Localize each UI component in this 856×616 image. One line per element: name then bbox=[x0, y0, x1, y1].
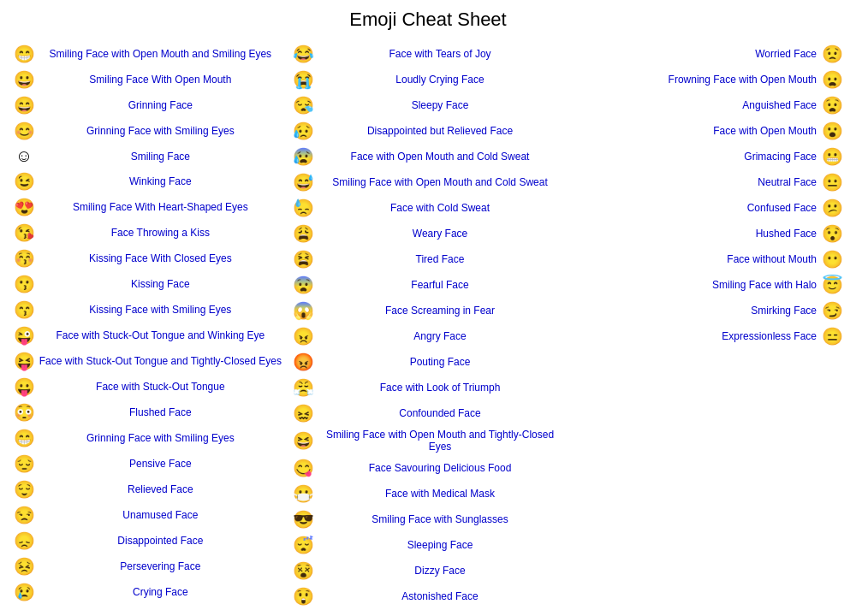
emoji-icon: 😛 bbox=[12, 376, 36, 397]
list-item: 😴Sleeping Face bbox=[288, 532, 568, 558]
list-item: 😛Face with Stuck-Out Tongue bbox=[9, 374, 288, 400]
emoji-label: Tired Face bbox=[316, 253, 565, 265]
emoji-label: Face with Open Mouth and Cold Sweat bbox=[316, 151, 565, 163]
emoji-label: Confounded Face bbox=[316, 407, 565, 419]
list-item: Face with Open Mouth😮 bbox=[568, 118, 847, 144]
list-item: 😣Persevering Face bbox=[9, 554, 288, 579]
column-2: 😂Face with Tears of Joy😭Loudly Crying Fa… bbox=[288, 41, 568, 609]
list-item: 😥Disappointed but Relieved Face bbox=[288, 118, 568, 144]
emoji-icon: 😝 bbox=[12, 351, 36, 371]
list-item: 😩Weary Face bbox=[288, 221, 568, 246]
emoji-icon: 😔 bbox=[12, 453, 36, 474]
emoji-icon: 😆 bbox=[292, 430, 316, 451]
emoji-label: Expressionless Face bbox=[571, 330, 820, 342]
list-item: Worried Face😟 bbox=[568, 41, 847, 67]
list-item: 😒Unamused Face bbox=[9, 502, 288, 528]
list-item: 😔Pensive Face bbox=[9, 451, 288, 477]
emoji-label: Smiling Face with Open Mouth and Smiling… bbox=[36, 48, 285, 60]
emoji-icon: 😟 bbox=[820, 44, 844, 64]
emoji-icon: 😊 bbox=[12, 121, 36, 141]
emoji-label: Face with Stuck-Out Tongue and Tightly-C… bbox=[36, 355, 285, 367]
emoji-label: Smiling Face bbox=[36, 151, 285, 163]
emoji-label: Face with Stuck-Out Tongue and Winking E… bbox=[36, 329, 285, 341]
emoji-label: Face with Medical Mask bbox=[316, 488, 565, 500]
emoji-icon: 😜 bbox=[12, 325, 36, 346]
list-item: 😨Fearful Face bbox=[288, 272, 568, 298]
list-item: 😋Face Savouring Delicious Food bbox=[288, 455, 568, 481]
emoji-label: Face with Look of Triumph bbox=[316, 382, 565, 394]
emoji-icon: 😱 bbox=[292, 300, 316, 321]
emoji-icon: 😪 bbox=[292, 95, 316, 116]
page-title: Emoji Cheat Sheet bbox=[9, 9, 847, 31]
list-item: 😫Tired Face bbox=[288, 246, 568, 272]
list-item: 😀Smiling Face With Open Mouth bbox=[9, 67, 288, 92]
list-item: Neutral Face😐 bbox=[568, 169, 847, 195]
emoji-icon: 😳 bbox=[12, 402, 36, 423]
emoji-label: Dizzy Face bbox=[316, 565, 565, 577]
emoji-icon: 😫 bbox=[292, 249, 316, 270]
emoji-label: Face with Stuck-Out Tongue bbox=[36, 381, 285, 393]
emoji-label: Face without Mouth bbox=[571, 253, 820, 265]
emoji-label: Disappointed but Relieved Face bbox=[316, 125, 565, 137]
emoji-icon: 😤 bbox=[292, 377, 316, 398]
list-item: 😊Grinning Face with Smiling Eyes bbox=[9, 118, 288, 144]
list-item: 😎Smiling Face with Sunglasses bbox=[288, 506, 568, 532]
list-item: 😱Face Screaming in Fear bbox=[288, 298, 568, 323]
emoji-icon: 😀 bbox=[12, 69, 36, 90]
list-item: 😂Face with Tears of Joy bbox=[288, 41, 568, 67]
emoji-icon: 😐 bbox=[820, 172, 844, 192]
emoji-label: Face Screaming in Fear bbox=[316, 305, 565, 317]
emoji-icon: 😶 bbox=[820, 249, 844, 270]
list-item: 😷Face with Medical Mask bbox=[288, 481, 568, 506]
emoji-label: Anguished Face bbox=[571, 99, 820, 111]
list-item: ☺️Smiling Face bbox=[9, 144, 288, 169]
list-item: 😪Sleepy Face bbox=[288, 92, 568, 118]
emoji-grid: 😁Smiling Face with Open Mouth and Smilin… bbox=[9, 41, 847, 609]
emoji-icon: 😬 bbox=[820, 146, 844, 167]
emoji-icon: 😨 bbox=[292, 275, 316, 295]
emoji-label: Frowning Face with Open Mouth bbox=[571, 74, 820, 86]
list-item: 😄Grinning Face bbox=[9, 92, 288, 118]
emoji-label: Smiling Face with Sunglasses bbox=[316, 513, 565, 525]
emoji-icon: 😙 bbox=[12, 299, 36, 320]
list-item: Anguished Face😧 bbox=[568, 92, 847, 118]
emoji-label: Flushed Face bbox=[36, 406, 285, 418]
emoji-label: Face with Open Mouth bbox=[571, 125, 820, 137]
emoji-icon: ☺️ bbox=[12, 146, 36, 166]
list-item: 😳Flushed Face bbox=[9, 400, 288, 425]
list-item: 😵Dizzy Face bbox=[288, 558, 568, 583]
emoji-icon: 😉 bbox=[12, 171, 36, 192]
emoji-label: Grimacing Face bbox=[571, 151, 820, 163]
list-item: 😠Angry Face bbox=[288, 323, 568, 349]
list-item: 😆Smiling Face with Open Mouth and Tightl… bbox=[288, 426, 568, 455]
emoji-label: Angry Face bbox=[316, 330, 565, 342]
emoji-label: Weary Face bbox=[316, 228, 565, 240]
emoji-label: Relieved Face bbox=[36, 483, 285, 495]
emoji-label: Confused Face bbox=[571, 202, 820, 214]
emoji-icon: 😰 bbox=[292, 146, 316, 167]
emoji-label: Face with Cold Sweat bbox=[316, 202, 565, 214]
emoji-icon: 😒 bbox=[12, 505, 36, 525]
emoji-label: Sleeping Face bbox=[316, 539, 565, 551]
column-3: Worried Face😟Frowning Face with Open Mou… bbox=[568, 41, 847, 609]
emoji-icon: 😮 bbox=[820, 121, 844, 141]
list-item: 😰Face with Open Mouth and Cold Sweat bbox=[288, 144, 568, 169]
emoji-icon: 😓 bbox=[292, 198, 316, 218]
list-item: 😉Winking Face bbox=[9, 169, 288, 194]
emoji-icon: 😏 bbox=[820, 300, 844, 321]
emoji-label: Face Throwing a Kiss bbox=[36, 227, 285, 239]
emoji-label: Crying Face bbox=[36, 586, 285, 598]
emoji-label: Kissing Face with Smiling Eyes bbox=[36, 304, 285, 316]
list-item: Grimacing Face😬 bbox=[568, 144, 847, 169]
emoji-icon: 😯 bbox=[820, 223, 844, 244]
column-1: 😁Smiling Face with Open Mouth and Smilin… bbox=[9, 41, 288, 609]
emoji-label: Smiling Face With Heart-Shaped Eyes bbox=[36, 201, 285, 213]
emoji-icon: 😅 bbox=[292, 172, 316, 192]
emoji-label: Face with Tears of Joy bbox=[316, 48, 565, 60]
emoji-label: Pensive Face bbox=[36, 458, 285, 470]
list-item: 😓Face with Cold Sweat bbox=[288, 195, 568, 221]
emoji-label: Kissing Face bbox=[36, 278, 285, 290]
emoji-icon: 😭 bbox=[292, 69, 316, 90]
emoji-label: Kissing Face With Closed Eyes bbox=[36, 252, 285, 264]
emoji-icon: 😕 bbox=[820, 198, 844, 218]
